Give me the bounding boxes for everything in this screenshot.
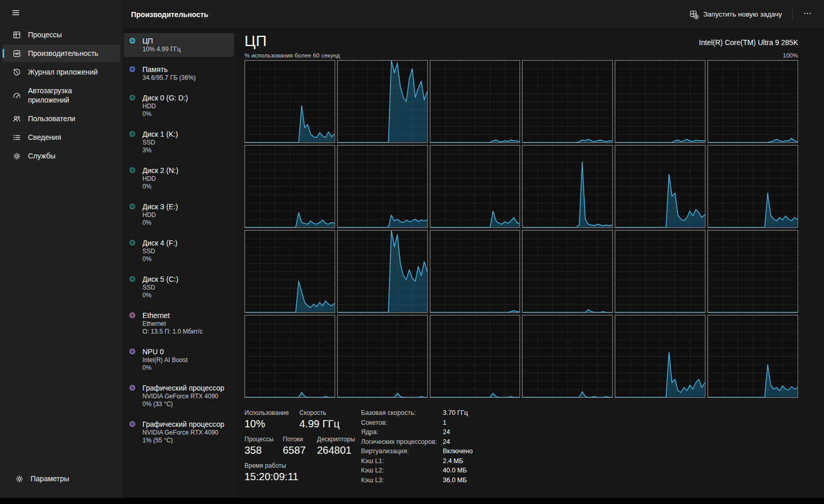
perf-item-subtitle: 0% (33 °C) [142,400,231,408]
sidebar-item-details[interactable]: Сведения [3,128,120,146]
page-title: Производительность [131,10,208,19]
sidebar-item-processes[interactable]: Процессы [3,26,120,44]
perf-item-gpu-0[interactable]: Графический процессорNVIDIA GeForce RTX … [124,380,234,412]
spec-value: 36.0 МБ [443,477,473,484]
uptime-label: Время работы [244,462,361,470]
perf-item-subtitle: 0% [142,183,231,191]
logical-processor-chart [707,230,798,313]
perf-item-subtitle: SSD [142,139,231,147]
logical-processor-chart [430,60,521,143]
perf-item-title: Диск 3 (E:) [142,203,231,211]
logical-processor-chart [337,60,428,143]
perf-item-title: NPU 0 [142,348,231,356]
sidebar-item-users[interactable]: Пользователи [3,110,120,127]
perf-item-subtitle: 0% [142,255,231,263]
handles-value: 264801 [317,443,361,457]
perf-item-title: Диск 1 (K:) [142,130,231,139]
logical-processor-chart [522,145,613,228]
chart-y-max-label: 100% [783,52,798,59]
page-header: Производительность Запустить новую задач… [123,0,824,29]
perf-item-text: Графический процессорNVIDIA GeForce RTX … [142,420,231,444]
perf-item-title: Память [142,65,231,74]
status-ring-icon [129,385,135,391]
perf-item-gpu-1[interactable]: Графический процессорNVIDIA GeForce RTX … [124,416,234,448]
window-bottom-edge [0,498,824,504]
spec-label: Базовая скорость: [361,409,443,416]
perf-item-disk-4[interactable]: Диск 4 (F:)SSD0% [124,235,234,267]
spec-label: Кэш L3: [361,477,443,484]
perf-item-text: Память34.6/95.7 ГБ (36%) [142,65,231,82]
perf-item-text: Графический процессорNVIDIA GeForce RTX … [142,384,231,408]
perf-item-ethernet[interactable]: EthernetEthernetО: 13.5 П: 1.0 Мбит/с [124,308,234,339]
perf-item-npu-0[interactable]: NPU 0Intel(R) AI Boost0% [124,344,234,376]
logical-processor-chart [615,230,705,313]
sidebar-item-label: Сведения [28,133,61,142]
usage-value: 10% [244,417,299,430]
perf-item-subtitle: 34.6/95.7 ГБ (36%) [142,74,231,82]
spec-value: 40.0 МБ [443,467,473,474]
sidebar-item-label: Журнал приложений [28,67,98,77]
users-icon [12,114,21,123]
sidebar-item-performance[interactable]: Производительность [3,45,120,62]
sidebar-item-label: Пользователи [28,114,75,123]
performance-icon [12,49,21,58]
sidebar-item-label: Службы [28,151,55,161]
processes-label: Процессы [244,436,283,443]
cpu-detail-panel: ЦП Intel(R) Core(TM) Ultra 9 285K % испо… [238,30,824,498]
more-options-button[interactable] [798,6,817,22]
settings-icon [15,474,24,483]
perf-item-subtitle: 3% [142,147,231,154]
perf-item-disk-5[interactable]: Диск 5 (C:)SSD0% [124,271,234,303]
spec-label: Виртуализация: [361,448,443,455]
perf-item-disk-0[interactable]: Диск 0 (G: D:)HDD0% [124,90,234,122]
sidebar: ПроцессыПроизводительностьЖурнал приложе… [0,0,123,498]
perf-item-cpu[interactable]: ЦП10% 4.99 ГГц [124,33,234,57]
logical-processor-chart [707,315,798,398]
spec-value: Включено [443,448,473,455]
usage-label: Использование [244,409,299,417]
status-ring-icon [129,349,135,354]
toolbar-actions: Запустить новую задачу [684,6,817,23]
perf-item-subtitle: SSD [142,284,231,292]
app-history-icon [12,68,21,77]
sidebar-item-label: Процессы [28,30,62,39]
toolbar-divider [792,9,793,20]
perf-item-subtitle: HDD [142,175,231,183]
sidebar-item-services[interactable]: Службы [3,147,120,165]
perf-item-title: Графический процессор [142,384,231,393]
ellipsis-icon [803,9,812,19]
sidebar-item-app-history[interactable]: Журнал приложений [3,63,120,81]
logical-processor-chart [522,315,613,398]
spec-value: 1 [443,419,473,426]
spec-label: Логических процессоров: [361,438,443,445]
perf-item-title: Диск 4 (F:) [142,239,231,248]
perf-item-title: Диск 2 (N:) [142,166,231,175]
perf-item-title: Диск 0 (G: D:) [142,94,231,103]
spec-label: Сокетов: [361,419,443,426]
perf-item-disk-3[interactable]: Диск 3 (E:)HDD0% [124,199,234,231]
speed-label: Скорость [299,409,361,417]
perf-item-memory[interactable]: Память34.6/95.7 ГБ (36%) [124,62,234,85]
perf-item-subtitle: Intel(R) AI Boost [142,356,231,364]
new-task-icon [689,10,699,19]
menu-toggle-button[interactable] [4,4,27,23]
perf-item-subtitle: 0% [142,110,231,118]
sidebar-item-settings[interactable]: Параметры [5,470,118,487]
perf-item-disk-2[interactable]: Диск 2 (N:)HDD0% [124,163,234,194]
logical-processor-chart [615,315,705,398]
status-ring-icon [129,312,135,318]
sidebar-nav: ПроцессыПроизводительностьЖурнал приложе… [0,25,123,469]
status-ring-icon [129,167,135,173]
sidebar-item-label: Производительность [28,49,98,58]
speed-value: 4.99 ГГц [299,417,361,430]
processes-icon [12,31,21,39]
sidebar-item-startup-apps[interactable]: Автозагрузка приложений [3,82,120,109]
logical-processor-chart [244,230,335,313]
perf-item-disk-1[interactable]: Диск 1 (K:)SSD3% [124,126,234,158]
perf-item-subtitle: HDD [142,211,231,219]
startup-apps-icon [12,91,21,100]
status-ring-icon [129,421,135,427]
run-new-task-button[interactable]: Запустить новую задачу [684,6,787,23]
perf-item-text: Диск 3 (E:)HDD0% [142,203,231,227]
services-icon [12,152,21,161]
